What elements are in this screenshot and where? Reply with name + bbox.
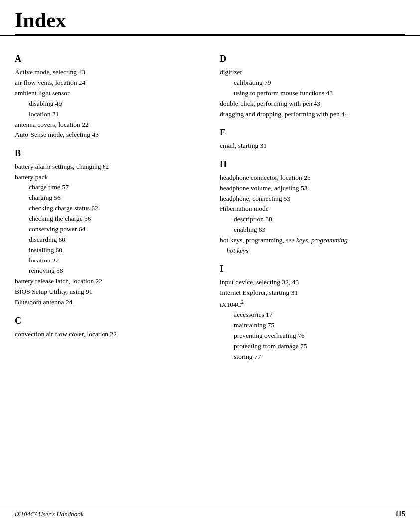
list-item: email, starting 31 bbox=[220, 141, 405, 151]
list-item: headphone volume, adjusting 53 bbox=[220, 183, 405, 194]
list-item: input device, selecting 32, 43 bbox=[220, 277, 405, 288]
list-item: headphone, connecting 53 bbox=[220, 194, 405, 204]
footer-page-number: 115 bbox=[395, 510, 405, 518]
list-item: description 38 bbox=[220, 214, 405, 225]
header-rule bbox=[15, 34, 405, 35]
page-header: Index bbox=[0, 0, 420, 36]
list-item: storing 77 bbox=[220, 352, 405, 362]
section-b-letter: B bbox=[15, 148, 200, 159]
list-item: checking charge status 62 bbox=[15, 203, 200, 214]
list-item: charging 56 bbox=[15, 193, 200, 203]
list-item: Auto-Sense mode, selecting 43 bbox=[15, 130, 200, 140]
content-area: A Active mode, selecting 43 air flow ven… bbox=[0, 36, 420, 372]
section-d-letter: D bbox=[220, 54, 405, 64]
list-item: disabling 49 bbox=[15, 99, 200, 109]
footer-handbook-title: iX104C² User's Handbook bbox=[15, 510, 83, 518]
list-item: digitizer bbox=[220, 67, 405, 78]
list-item: calibrating 79 bbox=[220, 78, 405, 88]
list-item: Active mode, selecting 43 bbox=[15, 67, 200, 78]
list-item: conserving power 64 bbox=[15, 224, 200, 235]
section-a-letter: A bbox=[15, 54, 200, 64]
list-item: location 22 bbox=[15, 256, 200, 266]
list-item: BIOS Setup Utility, using 91 bbox=[15, 287, 200, 297]
list-item: checking the charge 56 bbox=[15, 214, 200, 224]
list-item: location 21 bbox=[15, 109, 200, 120]
section-h-letter: H bbox=[220, 159, 405, 170]
italic-text: see keys, programming hot keys bbox=[220, 236, 348, 254]
list-item: charge time 57 bbox=[15, 182, 200, 193]
list-item: battery release latch, location 22 bbox=[15, 276, 200, 287]
list-item: protecting from damage 75 bbox=[220, 341, 405, 352]
list-item: maintaining 75 bbox=[220, 320, 405, 331]
list-item: removing 58 bbox=[15, 266, 200, 276]
list-item: installing 60 bbox=[15, 245, 200, 256]
right-column: D digitizer calibrating 79 using to perf… bbox=[210, 46, 405, 362]
section-i-letter: I bbox=[220, 264, 405, 274]
section-e-letter: E bbox=[220, 128, 405, 138]
left-column: A Active mode, selecting 43 air flow ven… bbox=[15, 46, 210, 362]
list-item: antenna covers, location 22 bbox=[15, 120, 200, 130]
list-item: dragging and dropping, performing with p… bbox=[220, 109, 405, 120]
list-item: battery alarm settings, changing 62 bbox=[15, 162, 200, 172]
list-item: air flow vents, location 24 bbox=[15, 78, 200, 88]
section-c-letter: C bbox=[15, 316, 200, 326]
list-item: Bluetooth antenna 24 bbox=[15, 297, 200, 308]
list-item: discarding 60 bbox=[15, 235, 200, 245]
list-item: iX104C2 bbox=[220, 298, 405, 310]
list-item: battery pack bbox=[15, 172, 200, 183]
list-item: double-click, performing with pen 43 bbox=[220, 99, 405, 109]
page-footer: iX104C² User's Handbook 115 bbox=[0, 507, 420, 521]
list-item: using to perform mouse functions 43 bbox=[220, 88, 405, 99]
list-item: preventing overheating 76 bbox=[220, 331, 405, 341]
list-item: Hibernation mode bbox=[220, 204, 405, 214]
list-item: accessories 17 bbox=[220, 310, 405, 320]
list-item: convection air flow cover, location 22 bbox=[15, 329, 200, 340]
list-item: enabling 63 bbox=[220, 225, 405, 235]
list-item: headphone connector, location 25 bbox=[220, 173, 405, 183]
list-item: hot keys, programming, see keys, program… bbox=[220, 235, 405, 256]
page-title: Index bbox=[15, 9, 405, 32]
list-item: Internet Explorer, starting 31 bbox=[220, 288, 405, 298]
list-item: ambient light sensor bbox=[15, 88, 200, 99]
